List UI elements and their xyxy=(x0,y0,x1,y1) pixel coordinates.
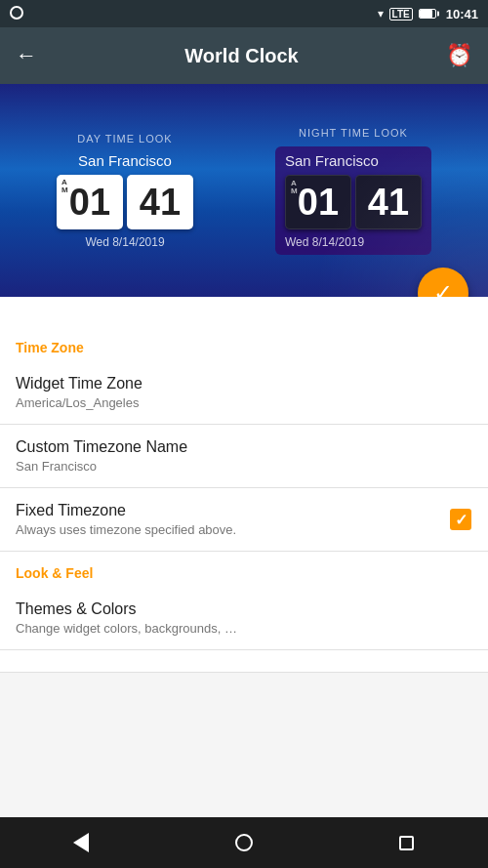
widget-timezone-text: Widget Time Zone America/Los_Angeles xyxy=(16,375,472,410)
lte-badge: LTE xyxy=(389,8,413,21)
page-title: World Clock xyxy=(184,45,298,67)
night-time-preview: NIGHT TIME LOOK San Francisco AM 01 41 W… xyxy=(275,127,431,255)
night-hour-digit: 01 xyxy=(298,184,339,221)
day-clock-tiles: AM 01 41 xyxy=(57,175,193,229)
bottom-nav xyxy=(0,817,488,868)
custom-timezone-title: Custom Timezone Name xyxy=(16,438,472,456)
night-minute-tile: 41 xyxy=(355,175,422,229)
day-ampm: AM xyxy=(61,179,68,194)
status-indicator xyxy=(10,6,23,23)
day-city-label: San Francisco xyxy=(78,152,172,169)
night-clock-tiles: AM 01 41 xyxy=(285,175,422,229)
day-hour-digit: 01 xyxy=(69,184,110,221)
back-nav-icon xyxy=(73,833,89,852)
themes-colors-title: Themes & Colors xyxy=(16,600,472,618)
status-bar: ▾ LTE 10:41 xyxy=(0,0,488,27)
themes-colors-item[interactable]: Themes & Colors Change widget colors, ba… xyxy=(0,587,488,650)
checkmark-icon: ✓ xyxy=(455,511,468,529)
day-hour-tile: AM 01 xyxy=(57,175,123,229)
widget-timezone-item[interactable]: Widget Time Zone America/Los_Angeles xyxy=(0,361,488,425)
recent-nav-icon xyxy=(399,836,414,850)
day-time-preview: DAY TIME LOOK San Francisco AM 01 41 Wed… xyxy=(57,133,193,249)
check-icon: ✓ xyxy=(433,279,453,297)
signal-icon xyxy=(10,6,23,20)
widget-timezone-subtitle: America/Los_Angeles xyxy=(16,395,472,410)
nav-back-button[interactable] xyxy=(61,823,101,862)
night-label: NIGHT TIME LOOK xyxy=(299,127,408,139)
night-minute-digit: 41 xyxy=(368,184,409,221)
fixed-timezone-item[interactable]: Fixed Timezone Always uses timezone spec… xyxy=(0,488,488,552)
battery-icon xyxy=(419,9,436,19)
night-clock-wrap: San Francisco AM 01 41 Wed 8/14/2019 xyxy=(275,146,431,255)
custom-timezone-text: Custom Timezone Name San Francisco xyxy=(16,438,472,474)
nav-recent-button[interactable] xyxy=(387,823,427,862)
home-nav-icon xyxy=(235,834,253,851)
day-minute-digit: 41 xyxy=(140,184,181,221)
nav-home-button[interactable] xyxy=(224,823,264,862)
themes-colors-text: Themes & Colors Change widget colors, ba… xyxy=(16,600,472,636)
settings-list: Time Zone Widget Time Zone America/Los_A… xyxy=(0,297,488,673)
night-hour-tile: AM 01 xyxy=(285,175,351,229)
partial-item xyxy=(0,650,488,673)
status-time: 10:41 xyxy=(446,7,478,21)
fixed-timezone-subtitle: Always uses timezone specified above. xyxy=(16,522,449,537)
night-ampm: AM xyxy=(291,180,298,195)
day-minute-tile: 41 xyxy=(127,175,193,229)
fixed-timezone-checkbox[interactable]: ✓ xyxy=(449,508,472,531)
night-date-label: Wed 8/14/2019 xyxy=(285,235,422,249)
checkbox-checked-icon: ✓ xyxy=(450,509,471,530)
custom-timezone-subtitle: San Francisco xyxy=(16,459,472,474)
confirm-fab[interactable]: ✓ xyxy=(418,268,468,297)
status-icons: ▾ LTE 10:41 xyxy=(378,7,478,21)
themes-colors-subtitle: Change widget colors, backgrounds, … xyxy=(16,621,472,636)
clock-preview-section: DAY TIME LOOK San Francisco AM 01 41 Wed… xyxy=(0,84,488,297)
widget-timezone-title: Widget Time Zone xyxy=(16,375,472,393)
look-feel-section-header: Look & Feel xyxy=(0,552,488,587)
fixed-timezone-title: Fixed Timezone xyxy=(16,502,449,519)
alarm-icon[interactable]: ⏰ xyxy=(446,43,472,68)
wifi-icon: ▾ xyxy=(378,7,384,21)
night-city-label: San Francisco xyxy=(285,152,422,169)
back-button[interactable]: ← xyxy=(16,43,37,68)
fixed-timezone-text: Fixed Timezone Always uses timezone spec… xyxy=(16,502,449,537)
custom-timezone-item[interactable]: Custom Timezone Name San Francisco xyxy=(0,425,488,488)
app-bar: ← World Clock ⏰ xyxy=(0,27,488,84)
timezone-section-header: Time Zone xyxy=(0,326,488,361)
day-label: DAY TIME LOOK xyxy=(77,133,172,145)
day-date-label: Wed 8/14/2019 xyxy=(85,235,164,249)
